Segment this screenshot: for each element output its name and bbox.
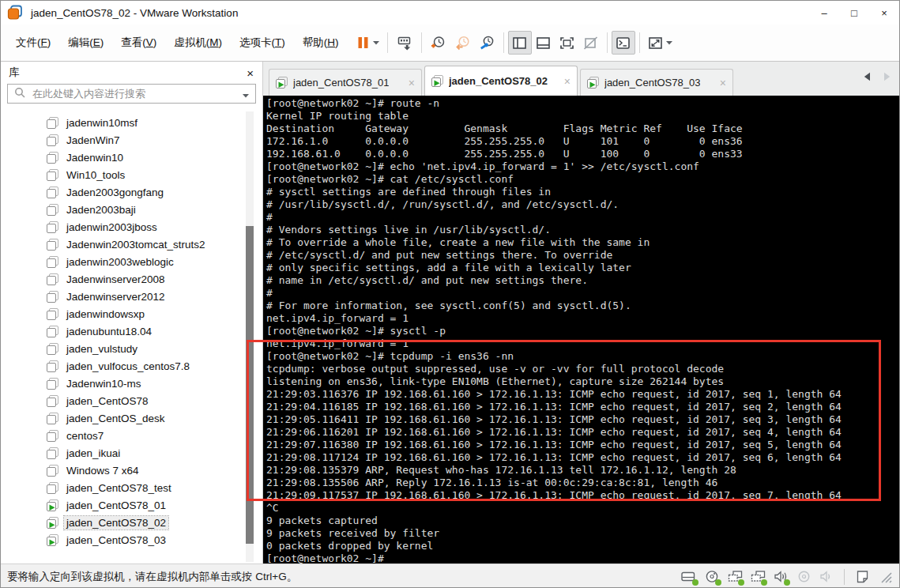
vm-running-icon [587, 77, 599, 89]
vm-off-icon [47, 134, 58, 146]
resize-grip-icon[interactable] [876, 569, 894, 585]
vm-list-item-jadenwin2003weblogic[interactable]: jadenwin2003weblogic [1, 253, 262, 270]
terminal-line: Destination Gateway Genmask Flags Metric… [266, 122, 899, 135]
vm-list-item-JadenWin7[interactable]: JadenWin7 [1, 131, 262, 149]
library-close-icon[interactable]: × [247, 66, 254, 80]
vm-off-icon [47, 343, 58, 355]
vm-list-item-Jadenwin10-ms[interactable]: Jadenwin10-ms [1, 375, 262, 392]
revert-snapshot-button [450, 31, 475, 55]
tab-jaden_CentOS78_03[interactable]: jaden_CentOS78_03× [580, 69, 733, 96]
vm-list-item-Windows 7 x64[interactable]: Windows 7 x64 [1, 462, 262, 479]
minimize-button[interactable]: – [809, 1, 839, 24]
sidebar-scrollbar[interactable] [246, 111, 254, 562]
vm-list-item-jadenwin10msf[interactable]: jadenwin10msf [1, 114, 262, 131]
vm-list-item-jaden_CentOS_desk[interactable]: jaden_CentOS_desk [1, 409, 262, 427]
terminal-line: net.ipv4.ip_forward = 1 [266, 337, 899, 350]
menu-item-0[interactable]: 文件(F) [7, 31, 59, 55]
snapshot-take-icon [430, 36, 446, 51]
vm-off-icon [47, 117, 58, 129]
suspend-button[interactable] [352, 31, 383, 55]
menubar: 文件(F)编辑(E)查看(V)虚拟机(M)选项卡(T)帮助(H) [7, 31, 348, 55]
hard-disk-icon[interactable] [680, 569, 699, 585]
terminal-line: 9 packets captured [266, 514, 899, 527]
tab-close-icon[interactable]: × [409, 77, 415, 89]
dropdown-caret-icon[interactable] [373, 41, 379, 45]
vm-list-item-jaden_ikuai[interactable]: jaden_ikuai [1, 444, 262, 462]
vm-list-item-jadenwindowsxp[interactable]: jadenwindowsxp [1, 305, 262, 322]
vm-list-item-jaden_CentOS78_test[interactable]: jaden_CentOS78_test [1, 479, 262, 496]
vm-list-item-Jadenwin2003tomcat_struts2[interactable]: Jadenwin2003tomcat_struts2 [1, 236, 262, 253]
vm-off-icon [47, 273, 58, 285]
speaker-icon[interactable] [817, 569, 836, 585]
enter-fullscreen-button[interactable] [555, 31, 579, 55]
tab-close-icon[interactable]: × [564, 75, 571, 88]
main-area: 库 × jadenwin10msfJadenWin7Jadenwin10Win1… [1, 62, 899, 564]
vm-list-item-jadenwin2003jboss[interactable]: jadenwin2003jboss [1, 218, 262, 236]
vm-label: jadenwin10msf [64, 116, 140, 130]
vmware-logo-icon [7, 5, 23, 21]
library-header: 库 × [1, 62, 262, 84]
vm-list-item-Jadenwinserver2008[interactable]: Jadenwinserver2008 [1, 270, 262, 288]
vm-list-item-Win10_tools[interactable]: Win10_tools [1, 166, 262, 183]
maximize-button[interactable]: □ [839, 1, 869, 24]
vm-label: Jaden2003gongfang [64, 186, 166, 199]
vm-label: jadenwin2003jboss [64, 220, 160, 234]
vm-list-item-Jaden2003baji[interactable]: Jaden2003baji [1, 201, 262, 218]
menu-item-5[interactable]: 帮助(H) [294, 31, 348, 55]
terminal-line: # [266, 287, 899, 300]
terminal-line: 9 packets received by filter [266, 527, 899, 540]
network-adapter-icon[interactable] [725, 569, 744, 585]
tab-scroll-left-icon[interactable] [863, 72, 871, 81]
vm-list-item-Jaden2003gongfang[interactable]: Jaden2003gongfang [1, 183, 262, 201]
toolbar [352, 31, 676, 55]
menu-item-4[interactable]: 选项卡(T) [231, 31, 294, 55]
vm-off-icon [47, 308, 58, 320]
vm-label: Jaden2003baji [64, 203, 138, 217]
vm-list-item-Jadenwinserver2012[interactable]: Jadenwinserver2012 [1, 288, 262, 305]
vm-label: Windows 7 x64 [64, 464, 141, 477]
terminal-line: net.ipv4.ip_forward = 1 [266, 312, 899, 325]
show-library-button[interactable] [508, 31, 532, 55]
message-log-icon[interactable] [853, 569, 872, 585]
tab-jaden_CentOS78_01[interactable]: jaden_CentOS78_01× [269, 69, 422, 96]
fit-guest-button[interactable] [644, 31, 676, 55]
network-adapter-2-icon[interactable] [748, 569, 767, 585]
vm-list-item-jaden_CentOS78_03[interactable]: jaden_CentOS78_03 [1, 531, 262, 548]
terminal-line: # Vendors settings live in /usr/lib/sysc… [266, 224, 899, 236]
vm-off-icon [47, 187, 58, 198]
sound-device-icon[interactable] [771, 569, 790, 585]
cd-idle-icon[interactable] [794, 569, 813, 585]
vm-list-item-jaden_CentOS78_01[interactable]: jaden_CentOS78_01 [1, 496, 262, 514]
close-button[interactable]: × [869, 1, 899, 24]
send-cad-icon [396, 36, 413, 51]
search-dropdown-caret-icon[interactable] [243, 87, 249, 101]
vm-list-item-Jadenwin10[interactable]: Jadenwin10 [1, 149, 262, 166]
menu-item-2[interactable]: 查看(V) [112, 31, 165, 55]
take-snapshot-button[interactable] [426, 31, 450, 55]
vm-list-item-jaden_vulstudy[interactable]: jaden_vulstudy [1, 340, 262, 357]
vm-list-item-jaden_CentOS78_02[interactable]: jaden_CentOS78_02 [1, 514, 262, 531]
tab-close-icon[interactable]: × [720, 77, 726, 89]
terminal-line: 21:29:05.116411 IP 192.168.61.160 > 172.… [266, 413, 899, 426]
manage-snapshots-button[interactable] [475, 31, 499, 55]
dropdown-caret-icon[interactable] [666, 41, 672, 45]
vm-list-item-jaden_vulfocus_centos7.8[interactable]: jaden_vulfocus_centos7.8 [1, 357, 262, 375]
toolbar-separator [421, 32, 422, 53]
show-thumbnail-bar-button[interactable] [532, 31, 555, 55]
library-search[interactable] [7, 84, 256, 104]
vm-list-item-jaden_CentOS78[interactable]: jaden_CentOS78 [1, 392, 262, 409]
guest-console-terminal[interactable]: [root@network02 ~]# route -nKernel IP ro… [263, 96, 899, 564]
tab-jaden_CentOS78_02[interactable]: jaden_CentOS78_02× [424, 66, 578, 96]
vm-list-item-jadenubuntu18.04[interactable]: jadenubuntu18.04 [1, 322, 262, 340]
statusbar: 要将输入定向到该虚拟机，请在虚拟机内部单击或按 Ctrl+G。 [1, 564, 899, 588]
vm-label: JadenWin7 [64, 134, 122, 147]
cd-drive-icon[interactable] [702, 569, 721, 585]
search-input[interactable] [31, 87, 237, 100]
vm-list-item-centos7[interactable]: centos7 [1, 427, 262, 444]
menu-item-1[interactable]: 编辑(E) [59, 31, 112, 55]
console-view-button[interactable] [612, 31, 635, 55]
menu-item-3[interactable]: 虚拟机(M) [165, 31, 231, 55]
sidebar-scrollbar-thumb[interactable] [246, 226, 254, 544]
send-ctrl-alt-del-button[interactable] [392, 31, 417, 55]
content-area: jaden_CentOS78_01×jaden_CentOS78_02×jade… [263, 62, 899, 564]
